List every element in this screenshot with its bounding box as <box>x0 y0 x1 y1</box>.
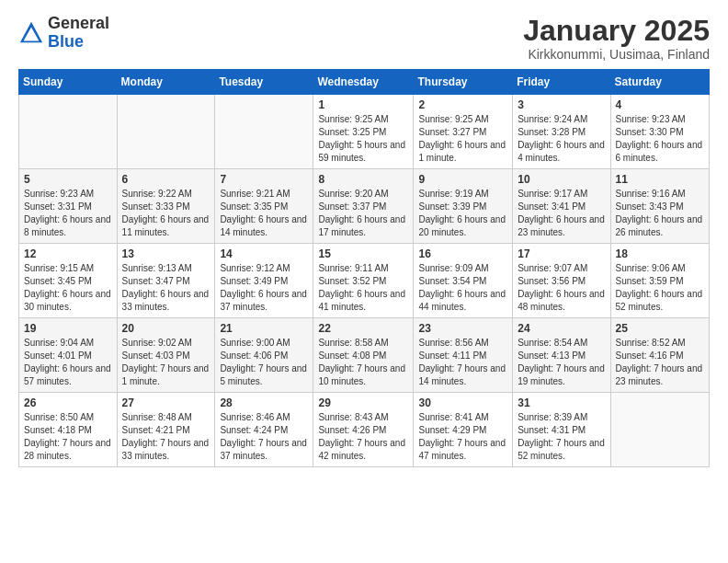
day-number: 21 <box>220 322 308 335</box>
day-info: Sunrise: 9:04 AM Sunset: 4:01 PM Dayligh… <box>24 337 112 388</box>
calendar-cell: 7Sunrise: 9:21 AM Sunset: 3:35 PM Daylig… <box>215 169 313 244</box>
day-number: 18 <box>616 247 704 260</box>
day-number: 16 <box>418 247 507 260</box>
day-number: 31 <box>518 396 605 409</box>
day-number: 14 <box>220 247 308 260</box>
subtitle: Kirkkonummi, Uusimaa, Finland <box>523 47 710 62</box>
calendar-cell: 18Sunrise: 9:06 AM Sunset: 3:59 PM Dayli… <box>610 244 709 318</box>
calendar-cell: 26Sunrise: 8:50 AM Sunset: 4:18 PM Dayli… <box>19 393 118 467</box>
calendar-cell: 28Sunrise: 8:46 AM Sunset: 4:24 PM Dayli… <box>215 393 313 467</box>
calendar-cell: 23Sunrise: 8:56 AM Sunset: 4:11 PM Dayli… <box>414 318 513 393</box>
day-number: 11 <box>616 173 704 186</box>
day-info: Sunrise: 8:48 AM Sunset: 4:21 PM Dayligh… <box>122 411 210 463</box>
calendar-cell: 12Sunrise: 9:15 AM Sunset: 3:45 PM Dayli… <box>19 244 118 318</box>
calendar-cell: 19Sunrise: 9:04 AM Sunset: 4:01 PM Dayli… <box>19 318 118 393</box>
day-number: 30 <box>418 396 507 409</box>
day-number: 10 <box>518 173 605 186</box>
day-info: Sunrise: 8:54 AM Sunset: 4:13 PM Dayligh… <box>518 337 605 388</box>
calendar-week-1: 5Sunrise: 9:23 AM Sunset: 3:31 PM Daylig… <box>19 169 710 244</box>
day-number: 28 <box>220 396 308 409</box>
calendar-cell: 17Sunrise: 9:07 AM Sunset: 3:56 PM Dayli… <box>513 244 610 318</box>
calendar-cell <box>117 95 215 169</box>
day-info: Sunrise: 8:50 AM Sunset: 4:18 PM Dayligh… <box>24 411 112 463</box>
calendar-cell: 31Sunrise: 8:39 AM Sunset: 4:31 PM Dayli… <box>513 393 610 467</box>
logo-icon <box>18 20 44 46</box>
day-info: Sunrise: 9:11 AM Sunset: 3:52 PM Dayligh… <box>318 262 408 314</box>
weekday-header-friday: Friday <box>513 70 610 95</box>
day-info: Sunrise: 9:15 AM Sunset: 3:45 PM Dayligh… <box>24 262 112 314</box>
month-title: January 2025 <box>523 15 710 47</box>
day-info: Sunrise: 9:06 AM Sunset: 3:59 PM Dayligh… <box>616 262 704 314</box>
day-number: 5 <box>24 173 112 186</box>
calendar-cell: 3Sunrise: 9:24 AM Sunset: 3:28 PM Daylig… <box>513 95 610 169</box>
calendar-cell <box>215 95 313 169</box>
day-info: Sunrise: 9:25 AM Sunset: 3:27 PM Dayligh… <box>418 113 507 165</box>
day-info: Sunrise: 9:00 AM Sunset: 4:06 PM Dayligh… <box>220 337 308 388</box>
calendar-cell: 16Sunrise: 9:09 AM Sunset: 3:54 PM Dayli… <box>414 244 513 318</box>
day-number: 1 <box>318 98 408 111</box>
day-info: Sunrise: 9:25 AM Sunset: 3:25 PM Dayligh… <box>318 113 408 165</box>
day-number: 26 <box>24 396 112 409</box>
day-number: 24 <box>518 322 605 335</box>
day-info: Sunrise: 9:23 AM Sunset: 3:30 PM Dayligh… <box>616 113 704 165</box>
day-info: Sunrise: 9:07 AM Sunset: 3:56 PM Dayligh… <box>518 262 605 314</box>
day-number: 3 <box>518 98 605 111</box>
day-number: 17 <box>518 247 605 260</box>
logo: General Blue <box>18 15 109 52</box>
day-number: 4 <box>616 98 704 111</box>
weekday-header-wednesday: Wednesday <box>313 70 414 95</box>
calendar-cell: 20Sunrise: 9:02 AM Sunset: 4:03 PM Dayli… <box>117 318 215 393</box>
weekday-header-saturday: Saturday <box>610 70 709 95</box>
day-info: Sunrise: 8:56 AM Sunset: 4:11 PM Dayligh… <box>418 337 507 388</box>
calendar-week-3: 19Sunrise: 9:04 AM Sunset: 4:01 PM Dayli… <box>19 318 710 393</box>
calendar-cell: 11Sunrise: 9:16 AM Sunset: 3:43 PM Dayli… <box>610 169 709 244</box>
calendar-cell: 10Sunrise: 9:17 AM Sunset: 3:41 PM Dayli… <box>513 169 610 244</box>
day-number: 25 <box>616 322 704 335</box>
day-number: 29 <box>318 396 408 409</box>
day-number: 20 <box>122 322 210 335</box>
calendar-week-0: 1Sunrise: 9:25 AM Sunset: 3:25 PM Daylig… <box>19 95 710 169</box>
day-number: 27 <box>122 396 210 409</box>
day-number: 22 <box>318 322 408 335</box>
day-number: 12 <box>24 247 112 260</box>
day-info: Sunrise: 9:22 AM Sunset: 3:33 PM Dayligh… <box>122 188 210 239</box>
calendar-cell: 22Sunrise: 8:58 AM Sunset: 4:08 PM Dayli… <box>313 318 414 393</box>
day-info: Sunrise: 9:19 AM Sunset: 3:39 PM Dayligh… <box>418 188 507 239</box>
day-info: Sunrise: 9:24 AM Sunset: 3:28 PM Dayligh… <box>518 113 605 165</box>
weekday-header-thursday: Thursday <box>414 70 513 95</box>
day-info: Sunrise: 8:43 AM Sunset: 4:26 PM Dayligh… <box>318 411 408 463</box>
calendar-cell: 15Sunrise: 9:11 AM Sunset: 3:52 PM Dayli… <box>313 244 414 318</box>
calendar-cell: 4Sunrise: 9:23 AM Sunset: 3:30 PM Daylig… <box>610 95 709 169</box>
calendar-cell: 29Sunrise: 8:43 AM Sunset: 4:26 PM Dayli… <box>313 393 414 467</box>
day-number: 15 <box>318 247 408 260</box>
calendar-cell: 13Sunrise: 9:13 AM Sunset: 3:47 PM Dayli… <box>117 244 215 318</box>
day-number: 13 <box>122 247 210 260</box>
calendar-cell: 30Sunrise: 8:41 AM Sunset: 4:29 PM Dayli… <box>414 393 513 467</box>
calendar-cell: 27Sunrise: 8:48 AM Sunset: 4:21 PM Dayli… <box>117 393 215 467</box>
calendar-week-2: 12Sunrise: 9:15 AM Sunset: 3:45 PM Dayli… <box>19 244 710 318</box>
day-info: Sunrise: 9:20 AM Sunset: 3:37 PM Dayligh… <box>318 188 408 239</box>
calendar-cell: 2Sunrise: 9:25 AM Sunset: 3:27 PM Daylig… <box>414 95 513 169</box>
calendar-cell: 24Sunrise: 8:54 AM Sunset: 4:13 PM Dayli… <box>513 318 610 393</box>
calendar-cell <box>610 393 709 467</box>
logo-text: General Blue <box>48 15 109 52</box>
day-info: Sunrise: 9:12 AM Sunset: 3:49 PM Dayligh… <box>220 262 308 314</box>
day-info: Sunrise: 9:23 AM Sunset: 3:31 PM Dayligh… <box>24 188 112 239</box>
calendar-cell: 9Sunrise: 9:19 AM Sunset: 3:39 PM Daylig… <box>414 169 513 244</box>
calendar-cell: 8Sunrise: 9:20 AM Sunset: 3:37 PM Daylig… <box>313 169 414 244</box>
day-info: Sunrise: 8:46 AM Sunset: 4:24 PM Dayligh… <box>220 411 308 463</box>
calendar-cell <box>19 95 118 169</box>
title-block: January 2025 Kirkkonummi, Uusimaa, Finla… <box>523 15 710 62</box>
weekday-header-row: SundayMondayTuesdayWednesdayThursdayFrid… <box>19 70 710 95</box>
calendar-cell: 5Sunrise: 9:23 AM Sunset: 3:31 PM Daylig… <box>19 169 118 244</box>
weekday-header-tuesday: Tuesday <box>215 70 313 95</box>
day-info: Sunrise: 8:41 AM Sunset: 4:29 PM Dayligh… <box>418 411 507 463</box>
day-info: Sunrise: 9:17 AM Sunset: 3:41 PM Dayligh… <box>518 188 605 239</box>
calendar-cell: 1Sunrise: 9:25 AM Sunset: 3:25 PM Daylig… <box>313 95 414 169</box>
day-info: Sunrise: 8:58 AM Sunset: 4:08 PM Dayligh… <box>318 337 408 388</box>
calendar-cell: 6Sunrise: 9:22 AM Sunset: 3:33 PM Daylig… <box>117 169 215 244</box>
day-number: 6 <box>122 173 210 186</box>
weekday-header-monday: Monday <box>117 70 215 95</box>
day-number: 19 <box>24 322 112 335</box>
day-info: Sunrise: 9:02 AM Sunset: 4:03 PM Dayligh… <box>122 337 210 388</box>
